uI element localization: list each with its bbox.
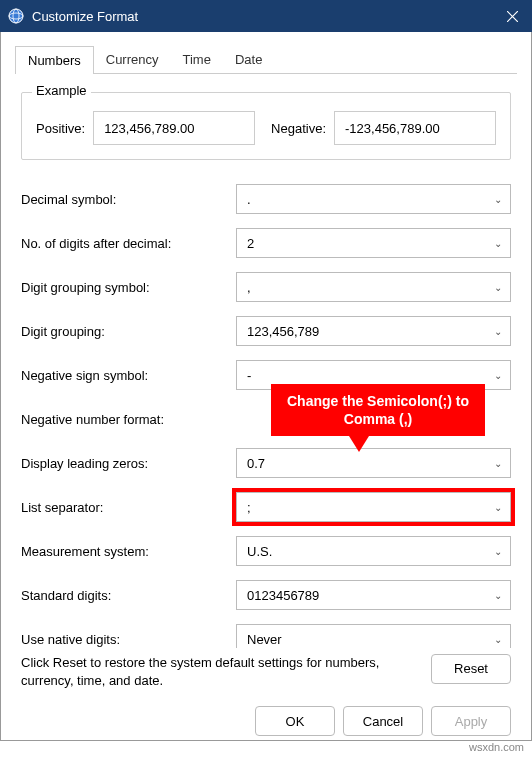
cancel-button[interactable]: Cancel (343, 706, 423, 736)
tab-panel-numbers: Example Positive: 123,456,789.00 Negativ… (1, 74, 531, 648)
list-separator-select[interactable]: ;⌄ (236, 492, 511, 522)
measurement-label: Measurement system: (21, 544, 236, 559)
native-digits-select[interactable]: Never⌄ (236, 624, 511, 648)
tab-numbers[interactable]: Numbers (15, 46, 94, 74)
positive-label: Positive: (36, 121, 85, 136)
positive-value: 123,456,789.00 (93, 111, 255, 145)
negative-label: Negative: (271, 121, 326, 136)
dialog-buttons: OK Cancel Apply (1, 690, 531, 740)
apply-button[interactable]: Apply (431, 706, 511, 736)
chevron-down-icon: ⌄ (494, 194, 502, 205)
tab-date[interactable]: Date (223, 46, 274, 74)
negative-value: -123,456,789.00 (334, 111, 496, 145)
close-button[interactable] (492, 0, 532, 32)
digits-after-decimal-label: No. of digits after decimal: (21, 236, 236, 251)
digit-grouping-select[interactable]: 123,456,789⌄ (236, 316, 511, 346)
decimal-symbol-select[interactable]: .⌄ (236, 184, 511, 214)
watermark: wsxdn.com (469, 741, 524, 757)
globe-icon (8, 8, 24, 24)
negative-sign-label: Negative sign symbol: (21, 368, 236, 383)
grouping-symbol-select[interactable]: ,⌄ (236, 272, 511, 302)
reset-text: Click Reset to restore the system defaul… (21, 654, 419, 690)
svg-point-0 (9, 9, 23, 23)
close-icon (507, 11, 518, 22)
chevron-down-icon: ⌄ (494, 370, 502, 381)
chevron-down-icon: ⌄ (494, 634, 502, 645)
chevron-down-icon: ⌄ (494, 546, 502, 557)
annotation-callout: Change the Semicolon(;) to Comma (,) (271, 384, 485, 436)
chevron-down-icon: ⌄ (494, 590, 502, 601)
leading-zeros-select[interactable]: 0.7⌄ (236, 448, 511, 478)
tab-strip: Numbers Currency Time Date (1, 32, 531, 74)
titlebar: Customize Format (0, 0, 532, 32)
chevron-down-icon: ⌄ (494, 238, 502, 249)
digits-after-decimal-select[interactable]: 2⌄ (236, 228, 511, 258)
tab-time[interactable]: Time (171, 46, 223, 74)
reset-button[interactable]: Reset (431, 654, 511, 684)
chevron-down-icon: ⌄ (494, 282, 502, 293)
measurement-select[interactable]: U.S.⌄ (236, 536, 511, 566)
reset-row: Click Reset to restore the system defaul… (1, 654, 531, 690)
chevron-down-icon: ⌄ (494, 502, 502, 513)
digit-grouping-label: Digit grouping: (21, 324, 236, 339)
window-title: Customize Format (32, 9, 492, 24)
list-separator-label: List separator: (21, 500, 236, 515)
example-group: Example Positive: 123,456,789.00 Negativ… (21, 92, 511, 160)
tab-currency[interactable]: Currency (94, 46, 171, 74)
standard-digits-select[interactable]: 0123456789⌄ (236, 580, 511, 610)
native-digits-label: Use native digits: (21, 632, 236, 647)
chevron-down-icon: ⌄ (494, 458, 502, 469)
negative-format-label: Negative number format: (21, 412, 236, 427)
annotation-tail (349, 436, 369, 452)
leading-zeros-label: Display leading zeros: (21, 456, 236, 471)
example-legend: Example (32, 83, 91, 98)
ok-button[interactable]: OK (255, 706, 335, 736)
standard-digits-label: Standard digits: (21, 588, 236, 603)
chevron-down-icon: ⌄ (494, 326, 502, 337)
grouping-symbol-label: Digit grouping symbol: (21, 280, 236, 295)
decimal-symbol-label: Decimal symbol: (21, 192, 236, 207)
